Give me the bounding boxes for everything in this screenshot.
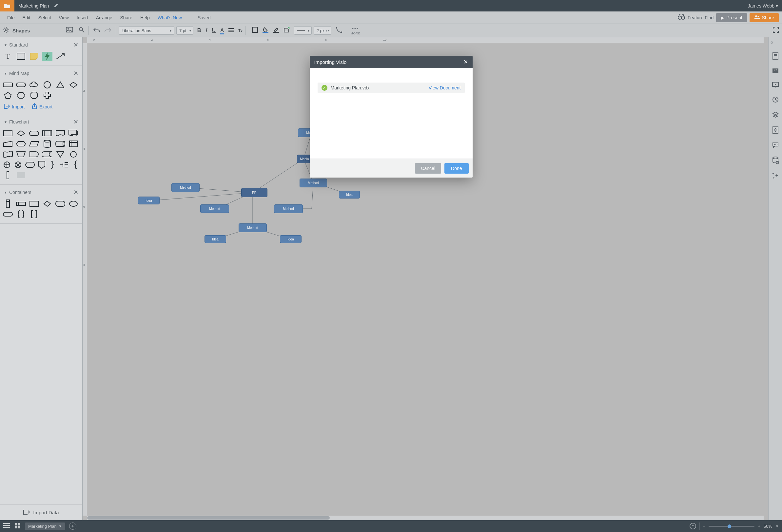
close-dialog-icon[interactable]: × (464, 58, 468, 66)
view-document-link[interactable]: View Document (429, 85, 461, 90)
imported-file-row: ✓ Marketing Plan.vdx View Document (318, 82, 465, 93)
dialog-title: Importing Visio (314, 59, 347, 65)
success-check-icon: ✓ (322, 85, 327, 91)
import-visio-dialog: Importing Visio × ✓ Marketing Plan.vdx V… (310, 56, 473, 178)
done-button[interactable]: Done (445, 163, 468, 174)
modal-overlay: Importing Visio × ✓ Marketing Plan.vdx V… (0, 0, 782, 532)
cancel-button[interactable]: Cancel (415, 163, 441, 174)
imported-file-name: Marketing Plan.vdx (331, 85, 370, 90)
